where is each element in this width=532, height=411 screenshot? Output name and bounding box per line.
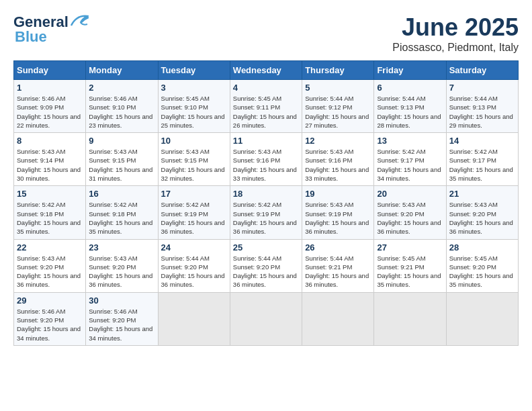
day-number: 18 (233, 189, 299, 199)
calendar-cell: 5 Sunrise: 5:44 AM Sunset: 9:12 PM Dayli… (302, 80, 374, 133)
day-info: Sunrise: 5:44 AM Sunset: 9:20 PM Dayligh… (233, 254, 299, 289)
calendar-cell: 4 Sunrise: 5:45 AM Sunset: 9:11 PM Dayli… (230, 80, 302, 133)
calendar-cell (302, 292, 374, 345)
weekday-header-row: SundayMondayTuesdayWednesdayThursdayFrid… (14, 61, 519, 80)
calendar-cell: 1 Sunrise: 5:46 AM Sunset: 9:09 PM Dayli… (14, 80, 86, 133)
day-number: 10 (161, 136, 227, 146)
header: General Blue June 2025 Piossasco, Piedmo… (13, 13, 519, 54)
day-number: 29 (17, 295, 83, 306)
calendar-cell: 17 Sunrise: 5:42 AM Sunset: 9:19 PM Dayl… (158, 186, 230, 239)
calendar-cell: 24 Sunrise: 5:44 AM Sunset: 9:20 PM Dayl… (158, 239, 230, 292)
month-title: June 2025 (392, 13, 519, 42)
day-number: 23 (89, 242, 154, 253)
day-number: 16 (89, 189, 154, 199)
day-info: Sunrise: 5:42 AM Sunset: 9:17 PM Dayligh… (377, 147, 443, 183)
day-info: Sunrise: 5:42 AM Sunset: 9:18 PM Dayligh… (89, 200, 154, 236)
day-info: Sunrise: 5:42 AM Sunset: 9:19 PM Dayligh… (233, 200, 299, 236)
calendar-cell: 19 Sunrise: 5:43 AM Sunset: 9:19 PM Dayl… (302, 186, 374, 239)
calendar-week-3: 15 Sunrise: 5:42 AM Sunset: 9:18 PM Dayl… (14, 186, 519, 239)
day-info: Sunrise: 5:42 AM Sunset: 9:17 PM Dayligh… (449, 147, 515, 183)
calendar-cell: 18 Sunrise: 5:42 AM Sunset: 9:19 PM Dayl… (230, 186, 302, 239)
day-number: 13 (377, 136, 443, 146)
day-number: 5 (305, 83, 371, 93)
calendar-cell: 12 Sunrise: 5:43 AM Sunset: 9:16 PM Dayl… (302, 133, 374, 186)
day-number: 25 (233, 242, 299, 253)
weekday-header-monday: Monday (86, 61, 158, 80)
day-info: Sunrise: 5:44 AM Sunset: 9:21 PM Dayligh… (305, 254, 371, 289)
calendar-cell: 26 Sunrise: 5:44 AM Sunset: 9:21 PM Dayl… (302, 239, 374, 292)
day-info: Sunrise: 5:43 AM Sunset: 9:16 PM Dayligh… (233, 147, 299, 183)
day-info: Sunrise: 5:43 AM Sunset: 9:14 PM Dayligh… (17, 147, 83, 183)
calendar-cell: 20 Sunrise: 5:43 AM Sunset: 9:20 PM Dayl… (374, 186, 446, 239)
calendar-body: 1 Sunrise: 5:46 AM Sunset: 9:09 PM Dayli… (14, 80, 519, 346)
calendar-week-5: 29 Sunrise: 5:46 AM Sunset: 9:20 PM Dayl… (14, 292, 519, 345)
calendar-cell: 11 Sunrise: 5:43 AM Sunset: 9:16 PM Dayl… (230, 133, 302, 186)
logo: General Blue (13, 13, 89, 46)
day-number: 6 (377, 83, 443, 93)
day-info: Sunrise: 5:42 AM Sunset: 9:19 PM Dayligh… (161, 200, 227, 236)
calendar-cell: 16 Sunrise: 5:42 AM Sunset: 9:18 PM Dayl… (86, 186, 158, 239)
calendar-cell: 27 Sunrise: 5:45 AM Sunset: 9:21 PM Dayl… (374, 239, 446, 292)
day-number: 7 (449, 83, 515, 93)
calendar-cell: 22 Sunrise: 5:43 AM Sunset: 9:20 PM Dayl… (14, 239, 86, 292)
calendar-cell: 10 Sunrise: 5:43 AM Sunset: 9:15 PM Dayl… (158, 133, 230, 186)
day-info: Sunrise: 5:43 AM Sunset: 9:20 PM Dayligh… (17, 254, 83, 289)
calendar-cell: 28 Sunrise: 5:45 AM Sunset: 9:20 PM Dayl… (446, 239, 518, 292)
day-info: Sunrise: 5:45 AM Sunset: 9:21 PM Dayligh… (377, 254, 443, 289)
day-info: Sunrise: 5:43 AM Sunset: 9:15 PM Dayligh… (161, 147, 227, 183)
calendar-cell: 7 Sunrise: 5:44 AM Sunset: 9:13 PM Dayli… (446, 80, 518, 133)
calendar-cell: 23 Sunrise: 5:43 AM Sunset: 9:20 PM Dayl… (86, 239, 158, 292)
day-number: 3 (161, 83, 227, 93)
calendar-cell: 2 Sunrise: 5:46 AM Sunset: 9:10 PM Dayli… (86, 80, 158, 133)
calendar-table: SundayMondayTuesdayWednesdayThursdayFrid… (13, 60, 519, 346)
day-info: Sunrise: 5:44 AM Sunset: 9:13 PM Dayligh… (377, 94, 443, 130)
day-info: Sunrise: 5:43 AM Sunset: 9:15 PM Dayligh… (89, 147, 154, 183)
calendar-cell: 3 Sunrise: 5:45 AM Sunset: 9:10 PM Dayli… (158, 80, 230, 133)
weekday-header-tuesday: Tuesday (158, 61, 230, 80)
day-number: 11 (233, 136, 299, 146)
calendar-cell: 8 Sunrise: 5:43 AM Sunset: 9:14 PM Dayli… (14, 133, 86, 186)
day-number: 20 (377, 189, 443, 199)
day-number: 28 (449, 242, 515, 253)
day-number: 30 (89, 295, 154, 306)
day-info: Sunrise: 5:45 AM Sunset: 9:11 PM Dayligh… (233, 94, 299, 130)
day-number: 4 (233, 83, 299, 93)
logo-blue: Blue (15, 28, 47, 46)
logo-bird-icon (70, 13, 89, 28)
location-title: Piossasco, Piedmont, Italy (392, 42, 519, 54)
day-number: 26 (305, 242, 371, 253)
day-number: 9 (89, 136, 154, 146)
weekday-header-sunday: Sunday (14, 61, 86, 80)
calendar-cell (230, 292, 302, 345)
day-info: Sunrise: 5:44 AM Sunset: 9:12 PM Dayligh… (305, 94, 371, 130)
calendar-cell: 9 Sunrise: 5:43 AM Sunset: 9:15 PM Dayli… (86, 133, 158, 186)
day-info: Sunrise: 5:43 AM Sunset: 9:20 PM Dayligh… (377, 200, 443, 236)
weekday-header-thursday: Thursday (302, 61, 374, 80)
day-info: Sunrise: 5:44 AM Sunset: 9:13 PM Dayligh… (449, 94, 515, 130)
day-info: Sunrise: 5:43 AM Sunset: 9:16 PM Dayligh… (305, 147, 371, 183)
title-area: June 2025 Piossasco, Piedmont, Italy (392, 13, 519, 54)
day-number: 1 (17, 83, 83, 93)
day-number: 19 (305, 189, 371, 199)
weekday-header-saturday: Saturday (446, 61, 518, 80)
calendar-week-4: 22 Sunrise: 5:43 AM Sunset: 9:20 PM Dayl… (14, 239, 519, 292)
calendar-cell: 25 Sunrise: 5:44 AM Sunset: 9:20 PM Dayl… (230, 239, 302, 292)
calendar-cell (446, 292, 518, 345)
day-number: 12 (305, 136, 371, 146)
day-info: Sunrise: 5:46 AM Sunset: 9:10 PM Dayligh… (89, 94, 154, 130)
day-info: Sunrise: 5:43 AM Sunset: 9:20 PM Dayligh… (89, 254, 154, 289)
day-number: 21 (449, 189, 515, 199)
day-number: 22 (17, 242, 83, 253)
calendar-cell (158, 292, 230, 345)
day-info: Sunrise: 5:43 AM Sunset: 9:20 PM Dayligh… (449, 200, 515, 236)
day-number: 17 (161, 189, 227, 199)
day-info: Sunrise: 5:46 AM Sunset: 9:20 PM Dayligh… (17, 307, 83, 342)
calendar-cell: 14 Sunrise: 5:42 AM Sunset: 9:17 PM Dayl… (446, 133, 518, 186)
day-number: 14 (449, 136, 515, 146)
calendar-week-1: 1 Sunrise: 5:46 AM Sunset: 9:09 PM Dayli… (14, 80, 519, 133)
weekday-header-wednesday: Wednesday (230, 61, 302, 80)
day-info: Sunrise: 5:45 AM Sunset: 9:20 PM Dayligh… (449, 254, 515, 289)
calendar-week-2: 8 Sunrise: 5:43 AM Sunset: 9:14 PM Dayli… (14, 133, 519, 186)
calendar-cell: 6 Sunrise: 5:44 AM Sunset: 9:13 PM Dayli… (374, 80, 446, 133)
calendar-cell: 13 Sunrise: 5:42 AM Sunset: 9:17 PM Dayl… (374, 133, 446, 186)
